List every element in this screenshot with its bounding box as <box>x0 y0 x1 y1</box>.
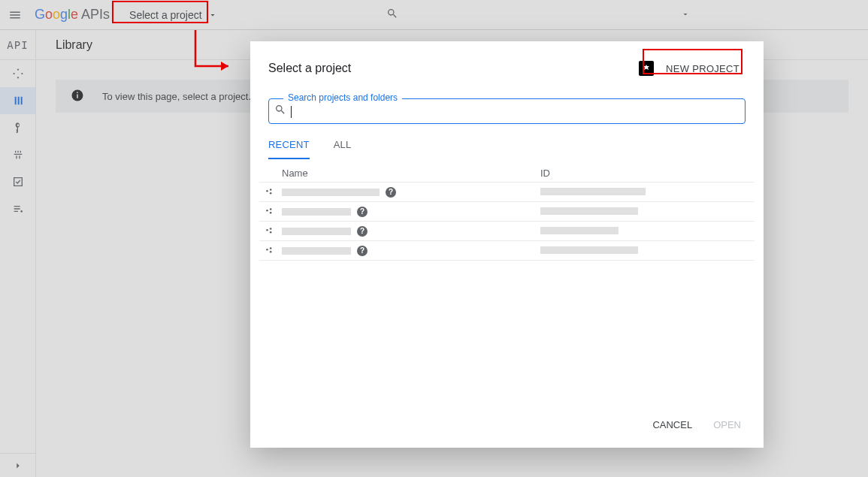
annotation-arrow <box>186 29 239 74</box>
project-icon <box>259 207 280 217</box>
text-caret <box>291 106 292 118</box>
project-id-cell <box>540 245 755 256</box>
svg-point-14 <box>270 247 272 249</box>
help-icon[interactable]: ? <box>357 246 367 256</box>
search-icon <box>274 104 286 119</box>
svg-point-12 <box>270 231 272 233</box>
svg-point-15 <box>270 250 272 252</box>
tab-all[interactable]: ALL <box>334 139 352 159</box>
cancel-button[interactable]: CANCEL <box>652 419 692 430</box>
svg-point-13 <box>266 248 268 250</box>
project-id-cell <box>540 225 755 237</box>
help-icon[interactable]: ? <box>357 207 367 217</box>
project-icon <box>259 226 280 237</box>
svg-point-10 <box>266 228 268 231</box>
project-icon <box>259 187 280 198</box>
project-icon <box>259 246 280 256</box>
project-list: Name ID ???? <box>259 165 755 261</box>
list-header: Name ID <box>259 165 755 183</box>
help-icon[interactable]: ? <box>386 187 396 198</box>
svg-point-8 <box>270 208 272 210</box>
search-label: Search projects and folders <box>283 92 402 103</box>
col-name: Name <box>280 168 540 179</box>
help-icon[interactable]: ? <box>357 226 367 237</box>
new-project-label: NEW PROJECT <box>666 63 739 74</box>
open-button[interactable]: OPEN <box>713 419 741 430</box>
project-id-cell <box>540 186 755 198</box>
col-id: ID <box>540 168 755 179</box>
project-row[interactable]: ? <box>259 241 755 261</box>
dialog-title: Select a project <box>268 62 351 75</box>
project-name-cell: ? <box>280 226 540 237</box>
project-row[interactable]: ? <box>259 222 755 241</box>
svg-point-4 <box>266 189 268 192</box>
svg-point-9 <box>270 211 272 213</box>
tab-recent[interactable]: RECENT <box>268 139 310 159</box>
svg-point-6 <box>270 192 272 194</box>
new-project-button[interactable]: NEW PROJECT <box>633 58 746 79</box>
new-project-icon <box>639 61 654 76</box>
svg-point-5 <box>270 189 272 191</box>
dialog-footer: CANCEL OPEN <box>250 401 764 448</box>
svg-point-7 <box>266 209 268 211</box>
svg-point-11 <box>270 228 272 230</box>
project-name-cell: ? <box>280 246 540 256</box>
project-name-cell: ? <box>280 207 540 217</box>
project-row[interactable]: ? <box>259 202 755 222</box>
search-projects-field[interactable]: Search projects and folders <box>268 98 746 124</box>
project-row[interactable]: ? <box>259 183 755 202</box>
select-project-dialog: Select a project NEW PROJECT Search proj… <box>250 41 764 448</box>
project-name-cell: ? <box>280 187 540 198</box>
project-tabs: RECENT ALL <box>268 139 746 160</box>
project-id-cell <box>540 206 755 217</box>
